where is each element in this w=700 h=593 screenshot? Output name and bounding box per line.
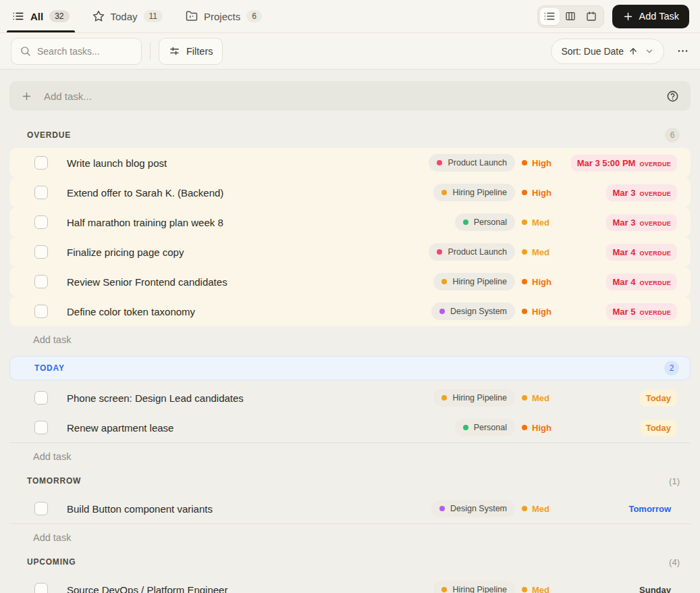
sort-button[interactable]: Sort: Due Date [551,38,664,64]
list-view-button[interactable] [540,8,560,25]
project-tag-label: Design System [450,504,507,513]
priority-text: Med [532,585,549,593]
project-color-dot [463,220,468,225]
overdue-badge: OVERDUE [639,250,671,257]
section-count: (1) [669,476,680,486]
tab-all[interactable]: All32 [11,0,71,32]
project-tag-label: Hiring Pipeline [452,277,507,286]
task-meta: Product Launch High Mar 3 5:00 PM OVERDU… [414,154,677,172]
top-tab-bar: All32Today11Projects6 Add Task [0,0,700,33]
search-icon [20,45,31,57]
project-color-dot [463,425,468,430]
task-checkbox[interactable] [34,156,48,170]
section-rows: Build Button component variants Design S… [9,494,691,524]
priority-text: Med [532,393,549,403]
priority-text: Med [532,504,549,514]
overdue-badge: OVERDUE [639,190,671,197]
view-switcher [537,5,604,28]
calendar-view-button[interactable] [582,8,601,25]
priority-text: High [532,277,551,287]
add-task-link[interactable]: Add task [9,326,691,353]
due-date-text: Today [646,393,671,403]
tab-list: All32Today11Projects6 [11,0,263,32]
task-checkbox[interactable] [34,391,48,405]
section-count: (4) [669,557,680,567]
project-tag-label: Hiring Pipeline [452,585,507,593]
project-tag[interactable]: Personal [455,213,515,231]
task-meta: Hiring Pipeline High Mar 4 OVERDUE [414,273,677,290]
task-checkbox[interactable] [34,275,48,288]
section-upcoming: UPCOMING (4) Source DevOps / Platform En… [9,555,691,593]
project-tag[interactable]: Hiring Pipeline [433,581,515,593]
task-row[interactable]: Define color token taxonomy Design Syste… [9,296,691,326]
task-row[interactable]: Write launch blog post Product Launch Hi… [9,148,691,178]
task-checkbox[interactable] [34,215,48,229]
task-meta: Hiring Pipeline Med Today [414,389,677,407]
list-icon [12,10,24,22]
due-date-text: Mar 5 [612,307,635,317]
due-date: Mar 4 OVERDUE [606,274,677,290]
task-row[interactable]: Phone screen: Design Lead candidates Hir… [9,383,691,413]
add-task-button[interactable]: Add Task [612,5,689,28]
add-task-link[interactable]: Add task [9,524,691,551]
chevron-down-icon [645,47,654,56]
filters-label: Filters [186,46,213,57]
tab-today[interactable]: Today11 [91,0,165,32]
section-header[interactable]: TOMORROW (1) [9,474,691,488]
section-header[interactable]: UPCOMING (4) [9,555,691,569]
section-title: UPCOMING [27,557,76,567]
task-checkbox[interactable] [34,583,48,593]
help-icon[interactable] [666,90,679,103]
task-row[interactable]: Finalize pricing page copy Product Launc… [9,237,691,267]
project-tag[interactable]: Personal [455,419,515,436]
task-row[interactable]: Build Button component variants Design S… [9,494,691,523]
overdue-badge: OVERDUE [639,280,671,286]
overdue-badge: OVERDUE [639,161,671,167]
section-title: TOMORROW [27,476,81,486]
task-row[interactable]: Extend offer to Sarah K. (Backend) Hirin… [9,178,691,207]
task-row[interactable]: Source DevOps / Platform Engineer Hiring… [9,575,691,593]
project-tag[interactable]: Hiring Pipeline [433,389,515,407]
project-tag[interactable]: Hiring Pipeline [433,184,515,201]
more-options-button[interactable] [676,45,689,57]
project-color-dot [439,309,445,314]
project-tag-label: Hiring Pipeline [452,393,507,403]
project-tag[interactable]: Product Launch [429,154,515,172]
add-task-link[interactable]: Add task [9,443,691,470]
board-icon [565,11,576,22]
priority-color-dot [522,506,527,511]
add-task-button-label: Add Task [639,11,679,22]
project-tag[interactable]: Product Launch [429,243,515,261]
filters-button[interactable]: Filters [159,38,223,65]
quick-add-task-row[interactable]: Add task... [9,81,691,111]
project-tag[interactable]: Design System [431,500,515,517]
project-tag[interactable]: Hiring Pipeline [433,273,515,290]
task-row[interactable]: Half marathon training plan week 8 Perso… [9,207,691,237]
due-date-text: Mar 3 5:00 PM [577,158,636,168]
project-color-dot [437,249,442,255]
calendar-icon [586,11,597,22]
section-rows: Source DevOps / Platform Engineer Hiring… [9,575,691,593]
section-today: TODAY 2 Phone screen: Design Lead candid… [9,356,691,470]
due-date: Today [640,419,677,436]
due-date: Sunday [633,582,677,593]
task-checkbox[interactable] [34,186,48,199]
project-tag-label: Product Launch [448,158,507,167]
project-tag-label: Product Launch [448,247,507,257]
task-row[interactable]: Renew apartment lease Personal High Toda… [9,413,691,442]
task-checkbox[interactable] [34,502,48,515]
section-header[interactable]: OVERDUE 6 [9,128,691,142]
task-checkbox[interactable] [34,421,48,434]
search-box[interactable] [11,38,142,65]
task-checkbox[interactable] [34,305,48,318]
task-checkbox[interactable] [34,245,48,259]
search-input[interactable] [37,46,133,57]
section-tomorrow: TOMORROW (1) Build Button component vari… [9,474,691,551]
board-view-button[interactable] [561,8,581,25]
section-header[interactable]: TODAY 2 [9,356,691,380]
section-count: 2 [664,361,679,376]
project-color-dot [437,160,442,165]
project-tag[interactable]: Design System [431,303,515,320]
tab-projects[interactable]: Projects6 [184,0,263,32]
task-row[interactable]: Review Senior Frontend candidates Hiring… [9,267,691,296]
